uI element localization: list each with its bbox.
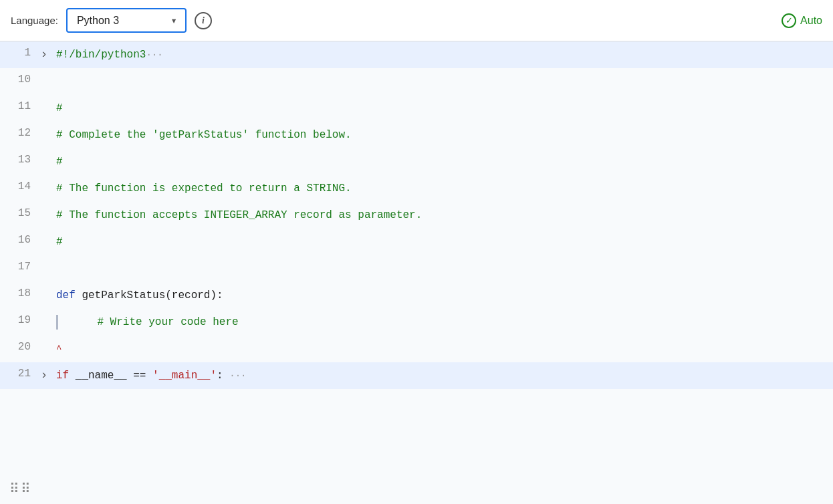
line-number: 1 <box>0 41 37 64</box>
code-token: # <box>56 156 63 168</box>
line-number: 20 <box>0 336 37 358</box>
code-line-21: 21›if __name__ == '__main__': ··· <box>0 362 833 389</box>
code-line-1: 1›#!/bin/python3··· <box>0 41 833 68</box>
fold-arrow-icon[interactable]: › <box>37 41 51 66</box>
line-number: 10 <box>0 68 37 91</box>
code-content: ^ <box>51 336 833 362</box>
code-editor[interactable]: 1›#!/bin/python3···1011#12# Complete the… <box>0 41 833 504</box>
code-ellipsis: ··· <box>229 370 246 381</box>
line-number: 21 <box>0 362 37 385</box>
fold-arrow-placeholder <box>37 202 51 213</box>
code-token: if <box>56 370 69 382</box>
code-content <box>51 68 833 79</box>
fold-arrow-placeholder <box>37 175 51 186</box>
line-number: 11 <box>0 95 37 118</box>
code-line-13: 13# <box>0 148 833 175</box>
code-content: # <box>51 148 833 175</box>
auto-text: Auto <box>800 15 822 27</box>
code-token: # <box>56 102 63 114</box>
fold-arrow-placeholder <box>37 282 51 293</box>
code-ellipsis: ··· <box>146 49 162 60</box>
code-token: # <box>56 236 63 248</box>
code-token: '__main__' <box>152 370 217 382</box>
code-token: # The function accepts INTEGER_ARRAY rec… <box>56 209 422 221</box>
info-icon[interactable]: i <box>195 12 212 29</box>
code-content <box>51 255 833 266</box>
fold-arrow-placeholder <box>37 122 51 132</box>
code-content: # Complete the 'getParkStatus' function … <box>51 122 833 148</box>
code-content: # Write your code here <box>51 309 833 336</box>
line-number: 16 <box>0 229 37 251</box>
fold-arrow-placeholder <box>37 95 51 106</box>
code-token: __name__ == <box>69 370 152 382</box>
fold-arrow-placeholder <box>37 148 51 159</box>
auto-save-label: ✓ Auto <box>782 13 822 28</box>
code-line-20: 20^ <box>0 336 833 362</box>
language-select-wrapper: Python 3 Python 2 JavaScript Java C++ ▾ <box>66 8 187 33</box>
line-number: 14 <box>0 175 37 198</box>
top-bar: Language: Python 3 Python 2 JavaScript J… <box>0 0 833 41</box>
code-line-15: 15# The function accepts INTEGER_ARRAY r… <box>0 202 833 229</box>
code-line-11: 11# <box>0 95 833 122</box>
code-line-16: 16# <box>0 229 833 255</box>
fold-arrow-placeholder <box>37 309 51 320</box>
code-content: # <box>51 95 833 122</box>
fold-arrow-placeholder <box>37 255 51 266</box>
code-content: if __name__ == '__main__': ··· <box>51 362 833 389</box>
code-line-18: 18def getParkStatus(record): <box>0 282 833 309</box>
line-number: 15 <box>0 202 37 225</box>
code-line-14: 14# The function is expected to return a… <box>0 175 833 202</box>
code-content: #!/bin/python3··· <box>51 41 833 68</box>
code-line-17: 17 <box>0 255 833 282</box>
line-number: 18 <box>0 282 37 305</box>
check-icon: ✓ <box>782 13 796 28</box>
line-number: 12 <box>0 122 37 144</box>
code-token: #!/bin/python3 <box>56 49 146 61</box>
code-content: # The function is expected to return a S… <box>51 175 833 202</box>
code-token: # The function is expected to return a S… <box>56 182 352 195</box>
line-number: 17 <box>0 255 37 278</box>
line-number: 13 <box>0 148 37 171</box>
code-line-12: 12# Complete the 'getParkStatus' functio… <box>0 122 833 148</box>
code-token: def <box>56 289 82 301</box>
code-line-19: 19 # Write your code here <box>0 309 833 336</box>
fold-arrow-placeholder <box>37 229 51 239</box>
language-label: Language: <box>11 15 58 26</box>
line-number: 19 <box>0 309 37 332</box>
fold-arrow-placeholder <box>37 336 51 346</box>
code-token: getParkStatus(record): <box>82 289 223 301</box>
language-select[interactable]: Python 3 Python 2 JavaScript Java C++ <box>66 8 187 33</box>
code-token: : <box>217 370 229 382</box>
code-token: # Write your code here <box>97 316 238 328</box>
code-content: # <box>51 229 833 255</box>
code-content: def getParkStatus(record): <box>51 282 833 309</box>
code-token: # Complete the 'getParkStatus' function … <box>56 129 352 141</box>
fold-arrow-placeholder <box>37 68 51 79</box>
bottom-dots: ⠿⠿ <box>9 481 32 497</box>
code-content: # The function accepts INTEGER_ARRAY rec… <box>51 202 833 229</box>
fold-arrow-icon[interactable]: › <box>37 362 51 387</box>
indent-gutter <box>56 315 58 330</box>
code-line-10: 10 <box>0 68 833 95</box>
caret-marker: ^ <box>56 344 62 354</box>
